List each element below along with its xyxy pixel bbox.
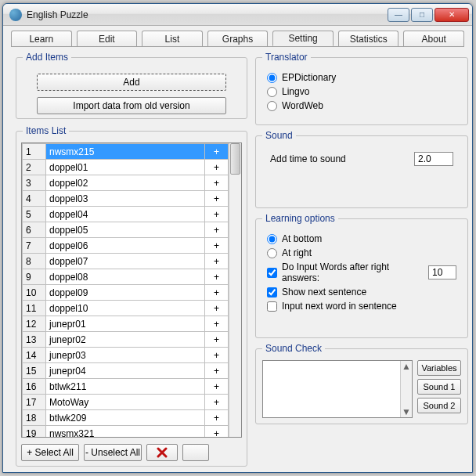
items-list-group: Items List 1nwsmx215+2doppel01+3doppel02… (16, 125, 247, 467)
row-number: 17 (23, 395, 46, 410)
tab-edit[interactable]: Edit (77, 31, 138, 46)
input-next-label: Input next word in sentence (282, 301, 397, 312)
tab-list[interactable]: List (142, 31, 203, 46)
position-radio[interactable] (267, 234, 277, 244)
table-row[interactable]: 6doppel05+ (23, 222, 229, 238)
row-flag: + (205, 238, 229, 254)
add-items-group: Add Items Add Import data from old versi… (16, 52, 247, 119)
position-radio[interactable] (267, 248, 277, 258)
table-row[interactable]: 12junepr01+ (23, 316, 229, 332)
sound-check-legend: Sound Check (262, 343, 325, 354)
table-row[interactable]: 13junepr02+ (23, 332, 229, 348)
position-label: At right (282, 247, 312, 258)
row-name: doppel09 (46, 285, 205, 301)
row-name: btlwk211 (46, 379, 205, 395)
row-number: 2 (23, 160, 46, 175)
close-button[interactable]: ✕ (435, 8, 469, 22)
minimize-button[interactable]: — (388, 8, 409, 22)
table-row[interactable]: 4doppel03+ (23, 191, 229, 207)
row-name: doppel01 (46, 160, 205, 175)
table-row[interactable]: 1nwsmx215+ (23, 144, 229, 160)
row-flag: + (205, 316, 229, 332)
do-input-value[interactable] (428, 265, 456, 279)
tab-setting[interactable]: Setting (272, 31, 334, 46)
row-number: 18 (23, 410, 46, 426)
row-flag: + (205, 348, 229, 363)
tab-graphs[interactable]: Graphs (207, 31, 269, 46)
extra-button[interactable] (182, 444, 209, 461)
sound-check-sound-1-button[interactable]: Sound 1 (417, 379, 461, 395)
table-row[interactable]: 5doppel04+ (23, 207, 229, 222)
sound-check-list[interactable]: ▲▼ (262, 360, 413, 418)
titlebar[interactable]: English Puzzle — □ ✕ (3, 4, 472, 26)
import-button[interactable]: Import data from old version (37, 97, 226, 114)
table-row[interactable]: 9doppel08+ (23, 269, 229, 285)
row-number: 15 (23, 363, 46, 379)
row-name: nwsmx321 (46, 426, 205, 438)
row-flag: + (205, 363, 229, 379)
translator-radio-lingvo[interactable] (267, 87, 277, 97)
row-name: junepr04 (46, 363, 205, 379)
list-scrollbar[interactable]: ▲▼ (400, 361, 412, 417)
row-number: 7 (23, 238, 46, 254)
row-number: 1 (23, 144, 46, 160)
app-icon (9, 9, 22, 21)
translator-legend: Translator (262, 52, 311, 63)
row-number: 9 (23, 269, 46, 285)
table-row[interactable]: 2doppel01+ (23, 160, 229, 175)
row-name: junepr02 (46, 332, 205, 348)
row-flag: + (205, 332, 229, 348)
row-number: 3 (23, 175, 46, 191)
table-row[interactable]: 16btlwk211+ (23, 379, 229, 395)
table-row[interactable]: 15junepr04+ (23, 363, 229, 379)
table-row[interactable]: 17MotoWay+ (23, 395, 229, 410)
items-grid[interactable]: 1nwsmx215+2doppel01+3doppel02+4doppel03+… (21, 142, 242, 438)
translator-group: Translator EPDictionaryLingvoWordWeb (255, 52, 468, 125)
table-row[interactable]: 18btlwk209+ (23, 410, 229, 426)
row-flag: + (205, 254, 229, 269)
row-number: 14 (23, 348, 46, 363)
sound-time-input[interactable] (414, 152, 453, 166)
row-name: btlwk209 (46, 410, 205, 426)
maximize-button[interactable]: □ (411, 8, 433, 22)
items-list-legend: Items List (23, 125, 69, 136)
tab-learn[interactable]: Learn (11, 31, 72, 46)
input-next-checkbox[interactable] (267, 301, 277, 312)
translator-label: EPDictionary (282, 72, 336, 83)
add-items-legend: Add Items (23, 52, 71, 63)
translator-radio-epdictionary[interactable] (267, 73, 277, 83)
delete-button[interactable] (146, 444, 178, 461)
row-flag: + (205, 222, 229, 238)
tab-about[interactable]: About (403, 31, 464, 46)
do-input-checkbox[interactable] (267, 268, 277, 278)
row-flag: + (205, 379, 229, 395)
sound-check-variables-button[interactable]: Variables (417, 360, 461, 376)
table-row[interactable]: 19nwsmx321+ (23, 426, 229, 438)
row-name: doppel06 (46, 238, 205, 254)
select-all-button[interactable]: + Select All (21, 444, 79, 461)
translator-radio-wordweb[interactable] (267, 101, 277, 111)
sound-check-sound-2-button[interactable]: Sound 2 (417, 398, 461, 413)
row-name: doppel05 (46, 222, 205, 238)
unselect-all-button[interactable]: - Unselect All (84, 444, 142, 461)
row-number: 11 (23, 301, 46, 316)
row-number: 12 (23, 316, 46, 332)
grid-scrollbar[interactable] (229, 143, 241, 437)
table-row[interactable]: 3doppel02+ (23, 175, 229, 191)
row-flag: + (205, 426, 229, 438)
row-name: junepr03 (46, 348, 205, 363)
learning-legend: Learning options (262, 213, 338, 224)
tab-statistics[interactable]: Statistics (338, 31, 399, 46)
row-name: doppel08 (46, 269, 205, 285)
show-next-checkbox[interactable] (267, 287, 277, 298)
add-button[interactable]: Add (37, 74, 226, 91)
row-flag: + (205, 285, 229, 301)
row-name: MotoWay (46, 395, 205, 410)
row-flag: + (205, 191, 229, 207)
table-row[interactable]: 14junepr03+ (23, 348, 229, 363)
table-row[interactable]: 8doppel07+ (23, 254, 229, 269)
table-row[interactable]: 7doppel06+ (23, 238, 229, 254)
table-row[interactable]: 10doppel09+ (23, 285, 229, 301)
table-row[interactable]: 11doppel10+ (23, 301, 229, 316)
scroll-thumb[interactable] (230, 143, 240, 175)
